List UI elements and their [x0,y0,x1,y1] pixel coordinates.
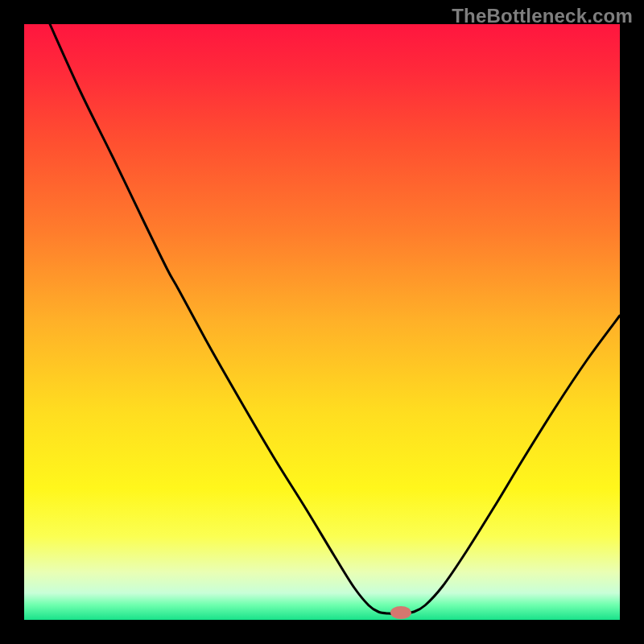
optimal-point-marker [390,606,411,619]
plot-background [24,24,620,620]
watermark: TheBottleneck.com [452,5,633,27]
chart-container: TheBottleneck.com [0,0,644,644]
chart-svg [24,24,620,620]
bottleneck-curve-plot [24,24,620,620]
